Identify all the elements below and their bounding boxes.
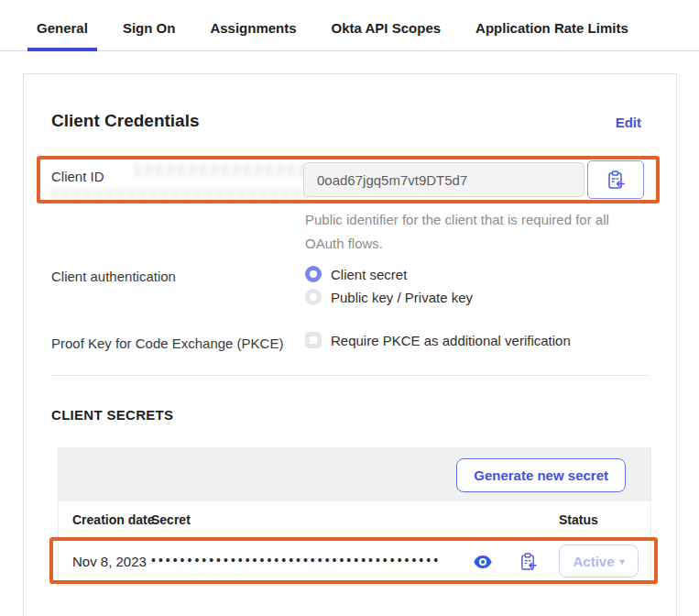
- radio-selected-icon[interactable]: [305, 266, 322, 282]
- tab-application-rate-limits[interactable]: Application Rate Limits: [466, 6, 638, 51]
- tab-bar: General Sign On Assignments Okta API Sco…: [0, 0, 699, 51]
- section-title-client-credentials: Client Credentials: [51, 111, 200, 131]
- clipboard-copy-icon: [607, 170, 625, 190]
- show-secret-button[interactable]: [471, 550, 495, 574]
- tab-sign-on[interactable]: Sign On: [114, 6, 185, 51]
- creation-date-value: Nov 8, 2023: [72, 554, 147, 569]
- client-id-help-text: Public identifier for the client that is…: [305, 208, 651, 256]
- status-dropdown[interactable]: Active ▾: [559, 544, 639, 578]
- pkce-checkbox-option[interactable]: Require PKCE as additional verification: [305, 332, 571, 348]
- column-header-creation-date: Creation date: [72, 512, 154, 527]
- copy-secret-button[interactable]: [517, 550, 541, 574]
- client-id-value: 0oad67jgq5m7vt9DT5d7: [317, 172, 467, 188]
- clipboard-copy-icon: [520, 553, 537, 571]
- radio-option-public-private-key[interactable]: Public key / Private key: [305, 289, 473, 305]
- table-toolbar: Generate new secret: [59, 448, 650, 501]
- generate-new-secret-button[interactable]: Generate new secret: [456, 458, 626, 492]
- redaction-artifact: [134, 163, 312, 177]
- masked-secret-value: ••••••••••••••••••••••••••••••••••••••••: [151, 553, 467, 567]
- client-authentication-label: Client authentication: [51, 269, 176, 284]
- edit-link[interactable]: Edit: [616, 115, 641, 130]
- eye-icon: [474, 556, 492, 568]
- general-settings-card: Client Credentials Edit Client ID 0oad67…: [23, 73, 677, 616]
- checkbox-icon[interactable]: [305, 332, 322, 348]
- radio-label: Public key / Private key: [331, 290, 473, 305]
- tab-general[interactable]: General: [27, 6, 97, 51]
- tab-assignments[interactable]: Assignments: [201, 6, 305, 51]
- checkbox-label: Require PKCE as additional verification: [331, 333, 571, 348]
- radio-label: Client secret: [331, 267, 407, 282]
- radio-unselected-icon[interactable]: [305, 289, 322, 305]
- pkce-label: Proof Key for Code Exchange (PKCE): [51, 336, 283, 351]
- client-secrets-table: Generate new secret Creation date Secret…: [58, 447, 651, 586]
- status-value: Active: [573, 554, 614, 569]
- column-header-secret: Secret: [151, 512, 191, 527]
- redaction-artifact: [51, 188, 312, 200]
- column-header-status: Status: [559, 512, 598, 527]
- section-title-client-secrets: CLIENT SECRETS: [51, 407, 173, 423]
- table-row: Nov 8, 2023 ••••••••••••••••••••••••••••…: [59, 538, 650, 585]
- copy-client-id-button[interactable]: [587, 160, 644, 199]
- client-id-input[interactable]: 0oad67jgq5m7vt9DT5d7: [303, 162, 584, 197]
- chevron-down-icon: ▾: [620, 556, 625, 566]
- client-id-label: Client ID: [51, 169, 104, 184]
- radio-option-client-secret[interactable]: Client secret: [305, 266, 407, 282]
- table-header-row: Creation date Secret Status: [59, 501, 650, 538]
- tab-okta-api-scopes[interactable]: Okta API Scopes: [322, 6, 451, 51]
- section-divider: [51, 375, 649, 376]
